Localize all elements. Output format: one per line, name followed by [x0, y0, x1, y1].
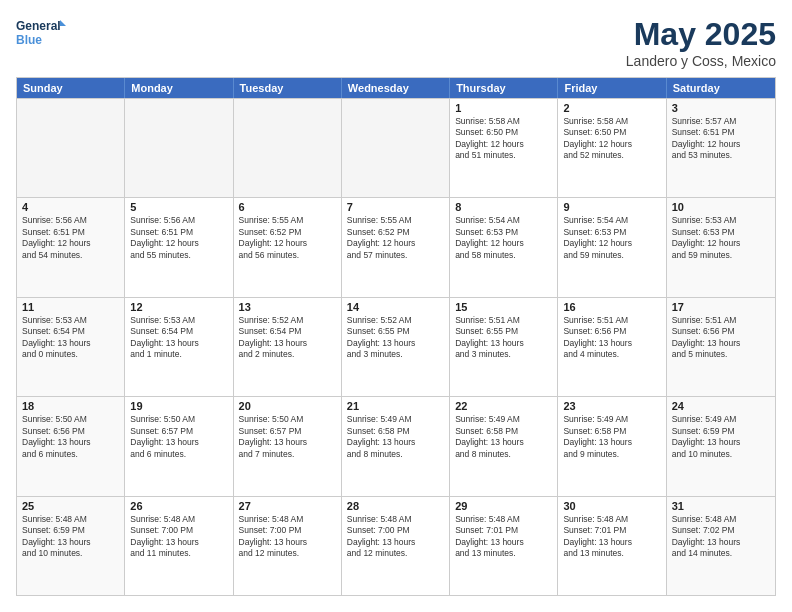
day-number: 11 [22, 301, 119, 313]
calendar-cell: 29Sunrise: 5:48 AMSunset: 7:01 PMDayligh… [450, 497, 558, 595]
day-number: 17 [672, 301, 770, 313]
weekday-header: Friday [558, 78, 666, 98]
calendar-cell: 2Sunrise: 5:58 AMSunset: 6:50 PMDaylight… [558, 99, 666, 197]
calendar-row: 1Sunrise: 5:58 AMSunset: 6:50 PMDaylight… [17, 98, 775, 197]
day-number: 7 [347, 201, 444, 213]
cell-details: Sunrise: 5:50 AMSunset: 6:56 PMDaylight:… [22, 414, 119, 460]
day-number: 27 [239, 500, 336, 512]
day-number: 18 [22, 400, 119, 412]
calendar-cell: 26Sunrise: 5:48 AMSunset: 7:00 PMDayligh… [125, 497, 233, 595]
cell-details: Sunrise: 5:49 AMSunset: 6:58 PMDaylight:… [347, 414, 444, 460]
cell-details: Sunrise: 5:49 AMSunset: 6:58 PMDaylight:… [455, 414, 552, 460]
day-number: 25 [22, 500, 119, 512]
day-number: 6 [239, 201, 336, 213]
calendar-cell: 25Sunrise: 5:48 AMSunset: 6:59 PMDayligh… [17, 497, 125, 595]
calendar: SundayMondayTuesdayWednesdayThursdayFrid… [16, 77, 776, 596]
calendar-cell: 1Sunrise: 5:58 AMSunset: 6:50 PMDaylight… [450, 99, 558, 197]
day-number: 16 [563, 301, 660, 313]
cell-details: Sunrise: 5:51 AMSunset: 6:55 PMDaylight:… [455, 315, 552, 361]
cell-details: Sunrise: 5:56 AMSunset: 6:51 PMDaylight:… [22, 215, 119, 261]
cell-details: Sunrise: 5:56 AMSunset: 6:51 PMDaylight:… [130, 215, 227, 261]
calendar-cell: 4Sunrise: 5:56 AMSunset: 6:51 PMDaylight… [17, 198, 125, 296]
calendar-cell: 28Sunrise: 5:48 AMSunset: 7:00 PMDayligh… [342, 497, 450, 595]
title-block: May 2025 Landero y Coss, Mexico [626, 16, 776, 69]
day-number: 20 [239, 400, 336, 412]
cell-details: Sunrise: 5:52 AMSunset: 6:54 PMDaylight:… [239, 315, 336, 361]
cell-details: Sunrise: 5:50 AMSunset: 6:57 PMDaylight:… [130, 414, 227, 460]
cell-details: Sunrise: 5:48 AMSunset: 7:00 PMDaylight:… [130, 514, 227, 560]
calendar-cell [342, 99, 450, 197]
logo: General Blue [16, 16, 66, 52]
calendar-body: 1Sunrise: 5:58 AMSunset: 6:50 PMDaylight… [17, 98, 775, 595]
calendar-cell: 23Sunrise: 5:49 AMSunset: 6:58 PMDayligh… [558, 397, 666, 495]
calendar-row: 18Sunrise: 5:50 AMSunset: 6:56 PMDayligh… [17, 396, 775, 495]
logo-svg: General Blue [16, 16, 66, 52]
cell-details: Sunrise: 5:48 AMSunset: 7:01 PMDaylight:… [455, 514, 552, 560]
calendar-cell: 12Sunrise: 5:53 AMSunset: 6:54 PMDayligh… [125, 298, 233, 396]
cell-details: Sunrise: 5:54 AMSunset: 6:53 PMDaylight:… [455, 215, 552, 261]
cell-details: Sunrise: 5:55 AMSunset: 6:52 PMDaylight:… [347, 215, 444, 261]
day-number: 2 [563, 102, 660, 114]
calendar-cell: 7Sunrise: 5:55 AMSunset: 6:52 PMDaylight… [342, 198, 450, 296]
cell-details: Sunrise: 5:49 AMSunset: 6:59 PMDaylight:… [672, 414, 770, 460]
day-number: 3 [672, 102, 770, 114]
calendar-cell: 5Sunrise: 5:56 AMSunset: 6:51 PMDaylight… [125, 198, 233, 296]
day-number: 9 [563, 201, 660, 213]
weekday-header: Tuesday [234, 78, 342, 98]
calendar-cell: 18Sunrise: 5:50 AMSunset: 6:56 PMDayligh… [17, 397, 125, 495]
calendar-cell: 22Sunrise: 5:49 AMSunset: 6:58 PMDayligh… [450, 397, 558, 495]
svg-text:General: General [16, 19, 61, 33]
cell-details: Sunrise: 5:57 AMSunset: 6:51 PMDaylight:… [672, 116, 770, 162]
cell-details: Sunrise: 5:54 AMSunset: 6:53 PMDaylight:… [563, 215, 660, 261]
day-number: 13 [239, 301, 336, 313]
calendar-cell: 11Sunrise: 5:53 AMSunset: 6:54 PMDayligh… [17, 298, 125, 396]
day-number: 14 [347, 301, 444, 313]
cell-details: Sunrise: 5:53 AMSunset: 6:54 PMDaylight:… [22, 315, 119, 361]
page-header: General Blue May 2025 Landero y Coss, Me… [16, 16, 776, 69]
cell-details: Sunrise: 5:58 AMSunset: 6:50 PMDaylight:… [563, 116, 660, 162]
weekday-header: Saturday [667, 78, 775, 98]
calendar-cell: 16Sunrise: 5:51 AMSunset: 6:56 PMDayligh… [558, 298, 666, 396]
calendar-cell [125, 99, 233, 197]
calendar-cell: 15Sunrise: 5:51 AMSunset: 6:55 PMDayligh… [450, 298, 558, 396]
weekday-header: Wednesday [342, 78, 450, 98]
calendar-cell [234, 99, 342, 197]
calendar-row: 11Sunrise: 5:53 AMSunset: 6:54 PMDayligh… [17, 297, 775, 396]
day-number: 26 [130, 500, 227, 512]
cell-details: Sunrise: 5:49 AMSunset: 6:58 PMDaylight:… [563, 414, 660, 460]
day-number: 29 [455, 500, 552, 512]
calendar-cell: 8Sunrise: 5:54 AMSunset: 6:53 PMDaylight… [450, 198, 558, 296]
day-number: 12 [130, 301, 227, 313]
month-title: May 2025 [626, 16, 776, 53]
day-number: 10 [672, 201, 770, 213]
calendar-row: 4Sunrise: 5:56 AMSunset: 6:51 PMDaylight… [17, 197, 775, 296]
day-number: 15 [455, 301, 552, 313]
day-number: 24 [672, 400, 770, 412]
cell-details: Sunrise: 5:53 AMSunset: 6:54 PMDaylight:… [130, 315, 227, 361]
svg-text:Blue: Blue [16, 33, 42, 47]
calendar-cell: 13Sunrise: 5:52 AMSunset: 6:54 PMDayligh… [234, 298, 342, 396]
calendar-cell: 9Sunrise: 5:54 AMSunset: 6:53 PMDaylight… [558, 198, 666, 296]
cell-details: Sunrise: 5:48 AMSunset: 7:00 PMDaylight:… [239, 514, 336, 560]
cell-details: Sunrise: 5:48 AMSunset: 7:02 PMDaylight:… [672, 514, 770, 560]
day-number: 21 [347, 400, 444, 412]
calendar-header: SundayMondayTuesdayWednesdayThursdayFrid… [17, 78, 775, 98]
calendar-cell: 17Sunrise: 5:51 AMSunset: 6:56 PMDayligh… [667, 298, 775, 396]
cell-details: Sunrise: 5:58 AMSunset: 6:50 PMDaylight:… [455, 116, 552, 162]
day-number: 8 [455, 201, 552, 213]
cell-details: Sunrise: 5:50 AMSunset: 6:57 PMDaylight:… [239, 414, 336, 460]
day-number: 23 [563, 400, 660, 412]
calendar-cell: 19Sunrise: 5:50 AMSunset: 6:57 PMDayligh… [125, 397, 233, 495]
day-number: 4 [22, 201, 119, 213]
day-number: 1 [455, 102, 552, 114]
calendar-cell: 21Sunrise: 5:49 AMSunset: 6:58 PMDayligh… [342, 397, 450, 495]
cell-details: Sunrise: 5:55 AMSunset: 6:52 PMDaylight:… [239, 215, 336, 261]
calendar-cell: 27Sunrise: 5:48 AMSunset: 7:00 PMDayligh… [234, 497, 342, 595]
cell-details: Sunrise: 5:48 AMSunset: 6:59 PMDaylight:… [22, 514, 119, 560]
cell-details: Sunrise: 5:48 AMSunset: 7:00 PMDaylight:… [347, 514, 444, 560]
location-label: Landero y Coss, Mexico [626, 53, 776, 69]
cell-details: Sunrise: 5:51 AMSunset: 6:56 PMDaylight:… [563, 315, 660, 361]
calendar-cell: 24Sunrise: 5:49 AMSunset: 6:59 PMDayligh… [667, 397, 775, 495]
day-number: 19 [130, 400, 227, 412]
weekday-header: Thursday [450, 78, 558, 98]
